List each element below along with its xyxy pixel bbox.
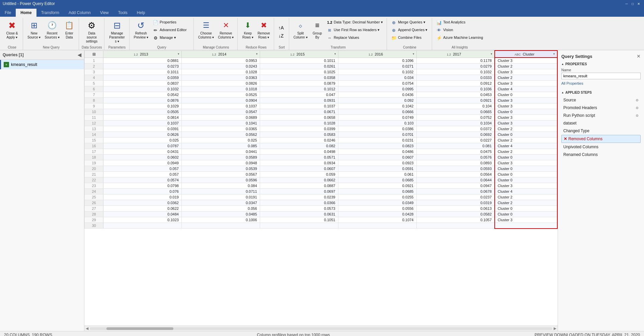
split-column-button[interactable]: ⬦ SplitColumn ▾ <box>292 19 309 41</box>
table-row[interactable]: 30 <box>85 223 558 229</box>
manage-parameters-button[interactable]: ⊟ ManageParameters ▾ <box>107 19 127 45</box>
col-dropdown-2013[interactable]: ▾ <box>178 52 179 56</box>
tab-add-column[interactable]: Add Column <box>64 9 95 17</box>
table-row[interactable]: 70.05420.05250.0470.04360.0453Cluster 0 <box>85 92 558 98</box>
col-dropdown-2016[interactable]: ▾ <box>413 52 414 56</box>
table-row[interactable]: 40.03590.03630.03580.0340.0333Cluster 2 <box>85 75 558 81</box>
query-item-kmeans[interactable]: ≡ kmeans_result <box>0 60 84 69</box>
close-window-button[interactable]: ✕ <box>636 1 641 6</box>
step-gear-icon[interactable]: ⚙ <box>636 106 639 110</box>
properties-button[interactable]: 📄 Properties <box>151 19 191 26</box>
table-row[interactable]: 100.05050.05470.06710.06660.0665Cluster … <box>85 109 558 115</box>
minimize-button[interactable]: ─ <box>624 1 629 6</box>
table-row[interactable]: 210.0570.05670.0590.0610.0564Cluster 0 <box>85 172 558 177</box>
table-row[interactable]: 200.0570.05390.06070.05910.0593Cluster 0 <box>85 166 558 172</box>
table-row[interactable]: 140.06260.05620.05830.07010.0692Cluster … <box>85 132 558 138</box>
step-item-removed-columns[interactable]: ✕Removed Columns <box>561 135 641 143</box>
step-item-source[interactable]: Source⚙ <box>561 96 641 104</box>
enter-data-button[interactable]: 📋 EnterData <box>62 19 77 41</box>
replace-values-button[interactable]: ↔ Replace Values <box>325 34 385 41</box>
name-prop-input[interactable] <box>561 73 641 79</box>
table-row[interactable]: 290.10230.10060.10510.10740.1057Cluster … <box>85 217 558 223</box>
table-row[interactable]: 230.07980.0840.08870.09210.0947Cluster 3 <box>85 183 558 189</box>
step-gear-icon[interactable]: ⚙ <box>636 98 639 102</box>
step-item-promoted-headers[interactable]: Promoted Headers⚙ <box>561 104 641 111</box>
step-item-changed-type[interactable]: Changed Type <box>561 127 641 135</box>
merge-queries-button[interactable]: ⊕ Merge Queries ▾ <box>390 19 430 26</box>
table-row[interactable]: 110.08140.06890.06580.07490.0752Cluster … <box>85 115 558 120</box>
step-item-unpivoted-columns[interactable]: Unpivoted Columns <box>561 143 641 151</box>
col-header-2014[interactable]: 1.2 2014 ▾ <box>181 51 260 58</box>
table-row[interactable]: 160.07870.0850.0820.08230.081Cluster 4 <box>85 143 558 149</box>
col-dropdown-2014[interactable]: ▾ <box>256 52 258 56</box>
data-type-button[interactable]: 1.2 Data Type: Decimal Number ▾ <box>325 19 385 26</box>
table-row[interactable]: 190.09490.09480.09340.09230.0893Cluster … <box>85 160 558 166</box>
table-row[interactable]: 130.03910.03650.03990.03860.0372Cluster … <box>85 126 558 132</box>
table-row[interactable]: 260.03620.03470.03660.03490.0319Cluster … <box>85 200 558 206</box>
tab-file[interactable]: File <box>0 9 16 17</box>
text-analytics-button[interactable]: 📊 Text Analytics <box>435 19 485 26</box>
tab-tools[interactable]: Tools <box>113 9 132 17</box>
close-query-settings-icon[interactable]: ✕ <box>637 54 641 59</box>
keep-rows-button[interactable]: ⬇ KeepRows ▾ <box>240 19 255 41</box>
data-source-settings-button[interactable]: ⚙ Data sourcesettings <box>82 19 102 45</box>
group-by-button[interactable]: ≡ GroupBy <box>310 19 325 41</box>
table-row[interactable]: 10.08810.09530.10110.10960.1178Cluster 3 <box>85 58 558 64</box>
table-row[interactable]: 30.10110.10280.10250.10320.1032Cluster 3 <box>85 69 558 75</box>
scroll-thumb[interactable] <box>106 327 173 330</box>
tab-transform[interactable]: Transform <box>36 9 64 17</box>
step-item-dataset[interactable]: dataset <box>561 119 641 127</box>
scroll-right-arrow[interactable]: ▶ <box>554 326 556 331</box>
table-row[interactable]: 80.08760.09040.09310.0920.0921Cluster 3 <box>85 98 558 103</box>
recent-sources-button[interactable]: 🕐 RecentSources ▾ <box>43 19 61 41</box>
close-apply-button[interactable]: ✖ Close &Apply ▾ <box>3 19 21 41</box>
sort-desc-button[interactable]: ↓Z <box>277 32 287 39</box>
col-header-cluster[interactable]: ABC Cluster ▾ <box>495 51 557 58</box>
table-row[interactable]: 60.10320.10180.10120.09950.1036Cluster 4 <box>85 86 558 92</box>
tab-view[interactable]: View <box>95 9 113 17</box>
sort-asc-button[interactable]: ↑A <box>277 24 287 31</box>
col-header-2013[interactable]: 1.2 2013 ▾ <box>103 51 182 58</box>
step-item-run-python-script[interactable]: Run Python script⚙ <box>561 112 641 119</box>
azure-ml-button[interactable]: ⚡ Azure Machine Learning <box>435 34 485 41</box>
table-row[interactable]: 150.0250.0250.02460.02310.0227Cluster 2 <box>85 138 558 143</box>
col-header-2016[interactable]: 1.2 2016 ▾ <box>338 51 416 58</box>
table-row[interactable]: 280.04840.04850.06310.04280.0582Cluster … <box>85 212 558 217</box>
refresh-preview-button[interactable]: ↺ RefreshPreview ▾ <box>132 19 150 41</box>
collapse-queries-icon[interactable]: ◀ <box>78 52 81 58</box>
table-row[interactable]: 180.06020.05890.05710.06070.0576Cluster … <box>85 155 558 160</box>
table-row[interactable]: 170.04310.04410.04980.04860.0475Cluster … <box>85 149 558 155</box>
table-row[interactable]: 250.0190.01910.02390.02550.0237Cluster 2 <box>85 194 558 200</box>
table-row[interactable]: 120.10370.10410.10280.1030.1034Cluster 3 <box>85 120 558 126</box>
advanced-editor-button[interactable]: ✏ Advanced Editor <box>151 26 191 34</box>
remove-columns-button[interactable]: ✕ RemoveColumns ▾ <box>216 19 235 41</box>
col-header-2017[interactable]: 1.2 2017 ▾ <box>416 51 495 58</box>
scroll-left-arrow[interactable]: ◀ <box>86 326 88 331</box>
col-header-2015[interactable]: 1.2 2015 ▾ <box>260 51 338 58</box>
append-queries-button[interactable]: ⊕ Append Queries ▾ <box>390 26 430 34</box>
scroll-track[interactable] <box>90 327 552 330</box>
table-row[interactable]: 270.06220.0560.05730.05560.0613Cluster 0 <box>85 206 558 212</box>
table-row[interactable]: 220.05740.05960.06620.06850.0644Cluster … <box>85 177 558 183</box>
tab-home[interactable]: Home <box>16 9 36 17</box>
col-dropdown-2017[interactable]: ▾ <box>491 52 492 56</box>
vision-button[interactable]: 👁 Vision <box>435 26 485 34</box>
col-dropdown-2015[interactable]: ▾ <box>334 52 336 56</box>
step-item-renamed-columns[interactable]: Renamed Columns <box>561 151 641 158</box>
table-row[interactable]: 240.0760.07110.06970.06850.0678Cluster 4 <box>85 189 558 194</box>
choose-columns-button[interactable]: ☰ ChooseColumns ▾ <box>196 19 216 41</box>
tab-help[interactable]: Help <box>132 9 150 17</box>
manage-button[interactable]: ⚙ Manage ▾ <box>151 34 191 41</box>
use-first-row-button[interactable]: ⊞ Use First Row as Headers ▾ <box>325 26 385 34</box>
step-gear-icon[interactable]: ⚙ <box>636 114 639 117</box>
new-source-button[interactable]: ⊞ NewSource ▾ <box>26 19 42 41</box>
remove-rows-button[interactable]: ✖ RemoveRows ▾ <box>256 19 271 41</box>
maximize-button[interactable]: □ <box>630 1 635 6</box>
table-row[interactable]: 90.10290.10370.10370.10420.104Cluster 3 <box>85 103 558 109</box>
all-properties-link[interactable]: All Properties <box>561 81 641 85</box>
h-scrollbar[interactable]: ◀ ▶ <box>84 326 558 331</box>
combine-files-button[interactable]: 📁 Combine Files <box>390 34 430 41</box>
table-row[interactable]: 20.02730.02430.02610.02710.0279Cluster 2 <box>85 64 558 69</box>
table-row[interactable]: 50.08370.08260.08790.07540.0912Cluster 3 <box>85 81 558 86</box>
col-dropdown-cluster[interactable]: ▾ <box>553 52 555 56</box>
